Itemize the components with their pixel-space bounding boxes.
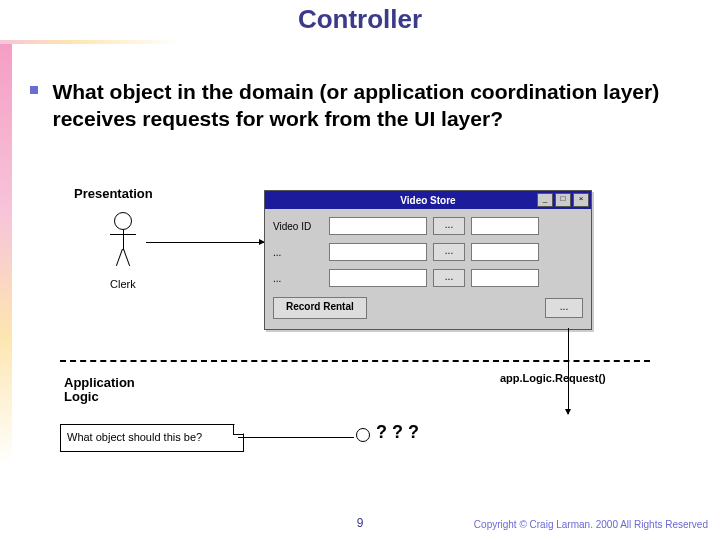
- window-maximize-button[interactable]: □: [555, 193, 571, 207]
- application-logic-label: Application Logic: [64, 376, 135, 405]
- row3-more-button[interactable]: ...: [433, 269, 465, 287]
- video-id-field-2[interactable]: [471, 217, 539, 235]
- form-row-2: ... ...: [273, 241, 583, 263]
- window-body: Video ID ... ... ... ... ... Record Rent…: [265, 209, 591, 329]
- arrow-actor-to-window: [146, 242, 264, 243]
- video-id-more-button[interactable]: ...: [433, 217, 465, 235]
- row2-field-2[interactable]: [471, 243, 539, 261]
- presentation-label: Presentation: [74, 186, 153, 201]
- window-title: Video Store: [400, 195, 455, 206]
- form-row-1: Video ID ...: [273, 215, 583, 237]
- window-close-button[interactable]: ×: [573, 193, 589, 207]
- video-store-window: Video Store _ □ × Video ID ... ... ... .…: [264, 190, 592, 330]
- actor-label: Clerk: [110, 278, 136, 290]
- controller-diagram: Presentation Clerk Video Store _ □ × Vid…: [60, 184, 660, 474]
- form-row-3: ... ...: [273, 267, 583, 289]
- design-question-note: What object should this be?: [60, 424, 244, 452]
- unknown-object-label: ? ? ?: [376, 422, 419, 443]
- actor-stick-figure-icon: [108, 212, 138, 272]
- row2-more-button[interactable]: ...: [433, 243, 465, 261]
- bullet-icon: [30, 86, 38, 94]
- note-connector-line: [238, 437, 354, 438]
- arrow-window-to-object: [568, 328, 569, 414]
- video-id-label: Video ID: [273, 221, 329, 232]
- main-bullet: What object in the domain (or applicatio…: [30, 78, 690, 133]
- window-button-bar: Record Rental ...: [273, 297, 583, 319]
- copyright: Copyright © Craig Larman. 2000 All Right…: [474, 519, 708, 530]
- row2-field[interactable]: [329, 243, 427, 261]
- unknown-object-icon: [356, 428, 370, 442]
- video-id-field[interactable]: [329, 217, 427, 235]
- decor-left-bar: [0, 44, 12, 464]
- slide-title: Controller: [0, 4, 720, 35]
- decor-top-bar: [0, 40, 180, 44]
- row3-label: ...: [273, 273, 329, 284]
- design-question-text: What object should this be?: [67, 431, 202, 443]
- row3-field[interactable]: [329, 269, 427, 287]
- layer-divider: [60, 360, 650, 362]
- bullet-text: What object in the domain (or applicatio…: [52, 78, 682, 133]
- request-call-label: app.Logic.Request(): [500, 372, 606, 384]
- window-more-button[interactable]: ...: [545, 298, 583, 318]
- window-minimize-button[interactable]: _: [537, 193, 553, 207]
- record-rental-button[interactable]: Record Rental: [273, 297, 367, 319]
- row2-label: ...: [273, 247, 329, 258]
- window-titlebar: Video Store _ □ ×: [265, 191, 591, 209]
- row3-field-2[interactable]: [471, 269, 539, 287]
